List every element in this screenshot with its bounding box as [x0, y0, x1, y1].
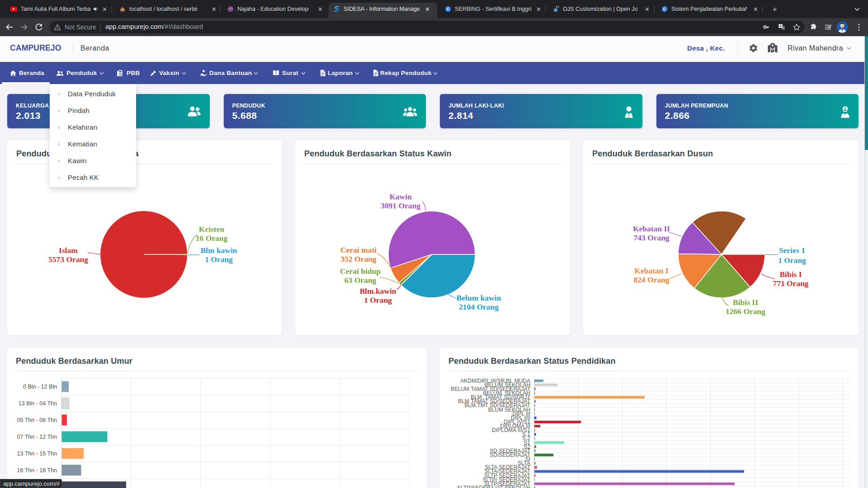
svg-text:Series 1: Series 1 [779, 246, 805, 255]
svg-text:Cerai hidup: Cerai hidup [340, 267, 381, 276]
svg-text:0 Bln - 12 Bln: 0 Bln - 12 Bln [23, 384, 57, 390]
svg-text:Cerai mati: Cerai mati [340, 245, 377, 254]
svg-text:771 Orang: 771 Orang [773, 279, 808, 288]
svg-text:Blm.kawin: Blm.kawin [359, 286, 396, 296]
svg-text:16 Thn - 18 Thn: 16 Thn - 18 Thn [17, 467, 57, 474]
svg-text:Bibis II: Bibis II [733, 298, 758, 307]
svg-text:Kebatan II: Kebatan II [633, 224, 670, 233]
svg-text:13 Bln - 04 Thn: 13 Bln - 04 Thn [19, 400, 57, 407]
svg-text:05 Thn - 06 Thn: 05 Thn - 06 Thn [17, 417, 57, 423]
svg-text:C: C [663, 7, 666, 11]
svg-text:1 Orang: 1 Orang [205, 255, 233, 264]
svg-text:16 Orang: 16 Orang [196, 234, 228, 243]
svg-text:1266 Orang: 1266 Orang [726, 307, 765, 316]
svg-text:Islam: Islam [59, 246, 78, 255]
svg-text:Kebatan I: Kebatan I [634, 266, 669, 275]
svg-text:07 Thn - 12 Thn: 07 Thn - 12 Thn [17, 434, 57, 440]
svg-text:5573 Orang: 5573 Orang [48, 255, 88, 264]
svg-text:SD/SEDERAJAT: SD/SEDERAJAT [490, 452, 530, 458]
svg-text:Kawin: Kawin [389, 192, 412, 201]
svg-text:Belum kawin: Belum kawin [457, 293, 501, 302]
svg-text:A: A [779, 24, 782, 28]
svg-text:C: C [447, 7, 450, 11]
svg-text:2104 Orang: 2104 Orang [459, 302, 499, 311]
svg-text:352 Orang: 352 Orang [340, 254, 376, 263]
svg-text:Blm kawin: Blm kawin [200, 246, 237, 255]
svg-text:743 Orang: 743 Orang [633, 233, 669, 242]
svg-text:Kristen: Kristen [199, 225, 225, 234]
svg-text:文: 文 [782, 27, 785, 29]
svg-text:63 Orang: 63 Orang [344, 276, 377, 285]
svg-text:3091 Orang: 3091 Orang [381, 201, 420, 210]
svg-text:1 Orang: 1 Orang [778, 256, 806, 265]
svg-text:1 Orang: 1 Orang [364, 296, 392, 305]
svg-text:13 Thn - 15 Thn: 13 Thn - 15 Thn [17, 450, 57, 457]
svg-text:Bibis I: Bibis I [779, 270, 802, 279]
svg-text:SLTP/SEDERAJAT SEKOLAH: SLTP/SEDERAJAT SEKOLAH [457, 485, 530, 488]
svg-text:824 Orang: 824 Orang [633, 275, 669, 284]
